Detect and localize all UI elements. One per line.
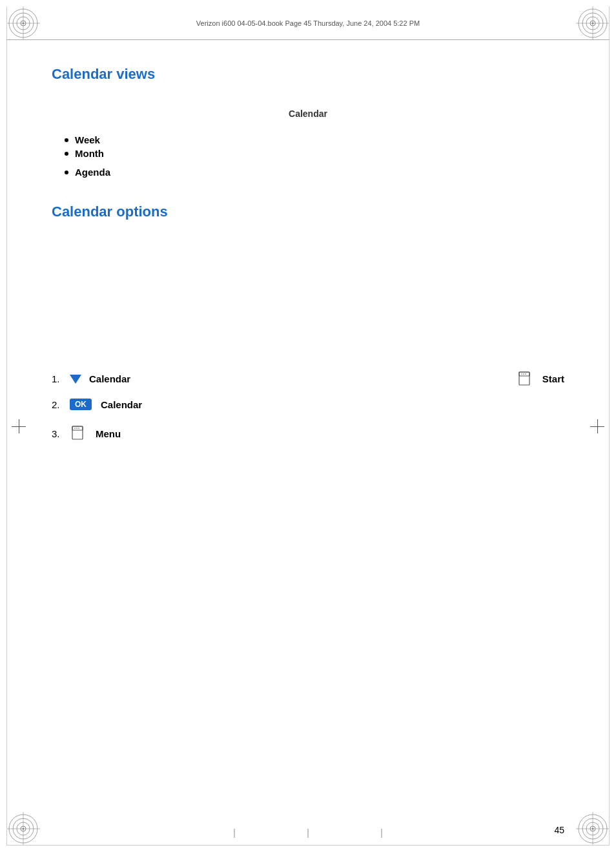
svg-rect-28 <box>519 372 529 385</box>
menu-start-icon <box>517 370 535 388</box>
menu-icon-step3 <box>70 424 88 442</box>
step-2: 2. OK Calendar <box>52 399 564 410</box>
list-item-week: Week <box>65 134 564 145</box>
header-bar: Verizon i600 04-05-04.book Page 45 Thurs… <box>6 6 610 40</box>
bullet-dot-agenda <box>65 171 68 174</box>
step-1-calendar-text: Calendar <box>89 373 130 384</box>
mid-crosshair-right <box>590 419 604 433</box>
section-calendar-options: Calendar options <box>52 203 564 220</box>
svg-point-37 <box>78 428 79 429</box>
ok-button[interactable]: OK <box>70 399 92 410</box>
step-1-start-text: Start <box>542 373 564 384</box>
calendar-views-list: Week Month <box>65 134 564 159</box>
svg-point-32 <box>525 373 526 375</box>
right-border <box>609 6 610 846</box>
step-3-number: 3. <box>52 428 70 439</box>
step-2-body: OK Calendar <box>70 399 564 410</box>
agenda-label: Agenda <box>75 167 110 178</box>
svg-point-35 <box>74 428 76 429</box>
bottom-center-tick <box>308 829 309 838</box>
corner-decoration-bl <box>6 812 40 846</box>
steps-container: 1. Calendar Start 2. OK Calenda <box>52 373 564 457</box>
down-arrow-icon <box>70 375 81 384</box>
main-content: Calendar views Calendar Week Month Agend… <box>52 40 564 227</box>
list-item-month: Month <box>65 148 564 159</box>
svg-rect-33 <box>72 426 83 439</box>
calendar-views-list2: Agenda <box>65 167 564 178</box>
calendar-intro: Calendar <box>52 109 564 119</box>
section-title-calendar-views: Calendar views <box>52 66 564 83</box>
bottom-left-tick <box>234 829 234 838</box>
svg-rect-34 <box>72 426 83 430</box>
step-1-body: Calendar <box>70 373 564 384</box>
bullet-dot-week <box>65 138 68 142</box>
svg-rect-29 <box>519 372 529 376</box>
mid-crosshair-left <box>12 419 26 433</box>
left-border <box>6 6 7 846</box>
week-label: Week <box>75 134 100 145</box>
step-1: 1. Calendar Start <box>52 373 564 384</box>
step-2-calendar-text: Calendar <box>101 399 142 410</box>
svg-point-30 <box>521 373 522 375</box>
svg-point-36 <box>76 428 77 429</box>
step-2-number: 2. <box>52 399 70 410</box>
section-calendar-views: Calendar views Calendar Week Month Agend… <box>52 66 564 178</box>
section-title-calendar-options: Calendar options <box>52 203 564 220</box>
step-3-body: Menu <box>70 424 564 442</box>
month-label: Month <box>75 148 104 159</box>
step-3: 3. Menu <box>52 424 564 442</box>
bullet-dot-month <box>65 152 68 156</box>
step-3-menu-text: Menu <box>96 428 121 439</box>
svg-point-31 <box>523 373 524 375</box>
step-1-number: 1. <box>52 373 70 384</box>
corner-decoration-br <box>576 812 610 846</box>
step-1-right: Start <box>517 370 564 388</box>
bottom-border <box>6 845 610 846</box>
page-number: 45 <box>554 825 564 835</box>
header-text: Verizon i600 04-05-04.book Page 45 Thurs… <box>196 19 420 27</box>
list-item-agenda: Agenda <box>65 167 564 178</box>
bottom-right-tick <box>382 829 382 838</box>
